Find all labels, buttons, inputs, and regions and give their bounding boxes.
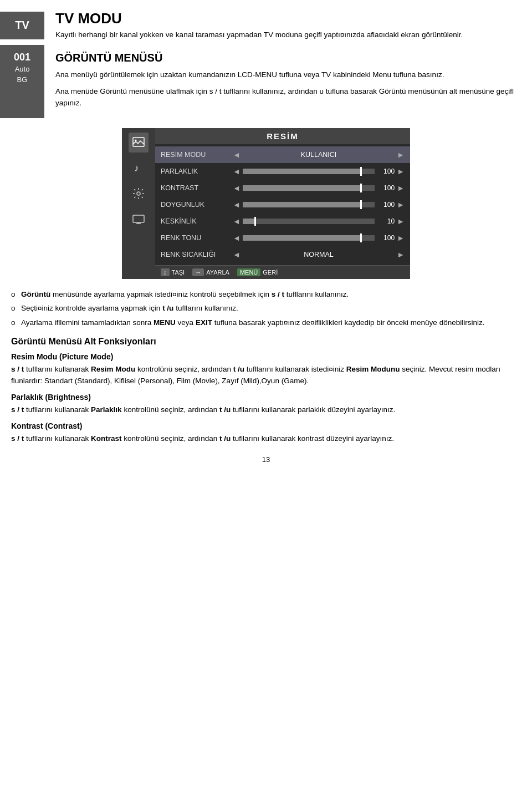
osd-icon-tv: [129, 209, 149, 229]
osd-sidebar: ♪: [122, 128, 155, 279]
subsection-kontrast: Kontrast (Contrast) s / t tufllarını kul…: [11, 422, 521, 445]
bullet-text-1: Görüntü menüsünde ayarlama yapmak istedi…: [21, 289, 349, 300]
osd-track-keskinlik: [243, 219, 375, 224]
osd-arrow-right-6: ►: [397, 250, 405, 259]
osd-footer-ayarla-label: AYARLA: [206, 269, 229, 276]
osd-row-kontrast: KONTRAST ◄ 100 ►: [155, 180, 410, 196]
channel-bg: BG: [17, 75, 28, 85]
section1-text2: Ana menüde Görüntü menüsüne ulaflmak içi…: [55, 85, 521, 109]
subsection-parlaklik: Parlaklık (Brightness) s / t tufllarını …: [11, 393, 521, 416]
osd-row-renk-sicakligi: RENK SICAKLIĞI ◄ NORMAL ►: [155, 246, 410, 263]
osd-menu-icon: MENÜ: [237, 268, 260, 276]
osd-footer: ↕ TAŞI ↔ AYARLA MENÜ GERİ: [155, 265, 410, 279]
channel-number: 001: [14, 50, 30, 64]
header-area: TV MODU Kayıtlı herhangi bir kanal yokke…: [44, 6, 532, 45]
osd-footer-ayarla: ↔ AYARLA: [192, 268, 229, 276]
svg-point-1: [135, 140, 137, 141]
osd-menu: ♪ RESİM: [0, 128, 532, 279]
tv-badge: TV: [0, 12, 44, 39]
osd-bar-parlaklik: [243, 169, 375, 174]
osd-fill-keskinlik: [243, 219, 256, 224]
osd-arrow-left-6: ◄: [233, 250, 241, 259]
bullet-item-1: o Görüntü menüsünde ayarlama yapmak iste…: [11, 289, 521, 300]
osd-arrow-ud-icon: ↕: [161, 268, 170, 276]
osd-bar-kontrast: [243, 185, 375, 191]
osd-rows: RESİM MODU ◄ KULLANICI ► PARLAKLIK ◄: [155, 144, 410, 265]
osd-value-parlaklik: 100: [378, 167, 395, 175]
tv-label: TV: [15, 19, 29, 32]
subsection-resim-modu-title: Resim Modu (Picture Mode): [11, 352, 521, 361]
osd-thumb-keskinlik: [254, 217, 256, 226]
osd-arrow-left-2: ◄: [233, 184, 241, 192]
osd-footer-tasi: ↕ TAŞI: [161, 268, 185, 276]
osd-bar-doygunluk: [243, 202, 375, 207]
section1-title: GÖRÜNTÜ MENÜSÜ: [55, 52, 521, 64]
osd-track-renk-tonu: [243, 235, 375, 241]
osd-thumb-kontrast: [360, 184, 362, 192]
section1-text1: Ana menüyü görüntülemek için uzaktan kum…: [55, 69, 521, 81]
osd-bar-keskinlik: [243, 219, 375, 224]
osd-label-parlaklik: PARLAKLIK: [161, 167, 233, 175]
osd-value-renk-sicakligi: NORMAL: [243, 251, 395, 258]
osd-row-parlaklik: PARLAKLIK ◄ 100 ►: [155, 163, 410, 180]
subsection-resim-modu: Resim Modu (Picture Mode) s / t tuflları…: [11, 352, 521, 387]
subsection-parlaklik-text: s / t tufllarını kullanarak Parlaklık ko…: [11, 404, 521, 416]
subsection-resim-modu-text: s / t tufllarını kullanarak Resim Modu k…: [11, 363, 521, 387]
osd-value-kontrast: 100: [378, 184, 395, 192]
osd-track-parlaklik: [243, 169, 375, 174]
osd-value-renk-tonu: 100: [378, 234, 395, 242]
osd-fill-renk-tonu: [243, 235, 361, 241]
osd-arrow-left-0: ◄: [233, 150, 241, 159]
tv-icon: [132, 212, 145, 226]
page-title: TV MODU: [55, 10, 521, 27]
osd-panel: RESİM RESİM MODU ◄ KULLANICI ► PARLAKLIK…: [155, 128, 410, 279]
osd-icon-settings: [129, 184, 149, 204]
osd-track-kontrast: [243, 185, 375, 191]
music-icon: ♪: [132, 161, 145, 175]
subsection-kontrast-text: s / t tufllarını kullanarak Kontrast kon…: [11, 433, 521, 445]
osd-arrow-left-5: ◄: [233, 233, 241, 242]
bullet-item-3: o Ayarlama ifllemini tamamladıktan sonra…: [11, 317, 521, 328]
page: TV TV MODU Kayıtlı herhangi bir kanal yo…: [0, 0, 532, 787]
bullet-text-3: Ayarlama ifllemini tamamladıktan sonra M…: [21, 317, 484, 328]
bullet-marker-1: o: [11, 289, 21, 300]
osd-row-resim-modu: RESİM MODU ◄ KULLANICI ►: [155, 146, 410, 163]
bullet-item-2: o Seçti¤iniz kontrolde ayarlama yapmak i…: [11, 303, 521, 314]
osd-label-kontrast: KONTRAST: [161, 184, 233, 192]
osd-fill-doygunluk: [243, 202, 361, 207]
page-number: 13: [0, 455, 532, 464]
osd-footer-tasi-label: TAŞI: [172, 269, 185, 276]
bullet-marker-2: o: [11, 303, 21, 314]
channel-info: 001 Auto BG: [0, 45, 44, 118]
osd-thumb-parlaklik: [360, 167, 362, 176]
svg-text:♪: ♪: [134, 163, 139, 174]
osd-thumb-doygunluk: [360, 200, 362, 209]
osd-row-keskinlik: KESKİNLİK ◄ 10 ►: [155, 213, 410, 230]
osd-arrow-right-2: ►: [397, 184, 405, 192]
osd-value-keskinlik: 10: [378, 217, 395, 225]
osd-icon-music: ♪: [129, 158, 149, 178]
osd-title: RESİM: [155, 128, 410, 144]
svg-rect-4: [133, 215, 144, 222]
bullet-text-2: Seçti¤iniz kontrolde ayarlama yapmak içi…: [21, 303, 238, 314]
osd-arrow-right-0: ►: [397, 150, 405, 159]
osd-label-renk-sicakligi: RENK SICAKLIĞI: [161, 251, 233, 258]
subsection-parlaklik-title: Parlaklık (Brightness): [11, 393, 521, 402]
section1-content: GÖRÜNTÜ MENÜSÜ Ana menüyü görüntülemek i…: [44, 45, 532, 118]
osd-row-doygunluk: DOYGUNLUK ◄ 100 ►: [155, 196, 410, 213]
osd-fill-kontrast: [243, 185, 361, 191]
osd-label-doygunluk: DOYGUNLUK: [161, 201, 233, 209]
osd-value-doygunluk: 100: [378, 201, 395, 209]
channel-auto: Auto: [15, 64, 30, 74]
subsections-title: Görüntü Menüsü Alt Fonksiyonları: [11, 337, 521, 347]
osd-arrow-left-1: ◄: [233, 167, 241, 176]
subsection-kontrast-title: Kontrast (Contrast): [11, 422, 521, 430]
osd-row-renk-tonu: RENK TONU ◄ 100 ►: [155, 230, 410, 246]
osd-thumb-renk-tonu: [360, 233, 362, 242]
image-icon: [132, 136, 145, 149]
osd-label-keskinlik: KESKİNLİK: [161, 217, 233, 225]
osd-footer-geri: MENÜ GERİ: [237, 268, 278, 276]
osd-arrow-right-5: ►: [397, 233, 405, 242]
subsections: Görüntü Menüsü Alt Fonksiyonları Resim M…: [0, 337, 532, 444]
osd-arrow-left-3: ◄: [233, 200, 241, 209]
